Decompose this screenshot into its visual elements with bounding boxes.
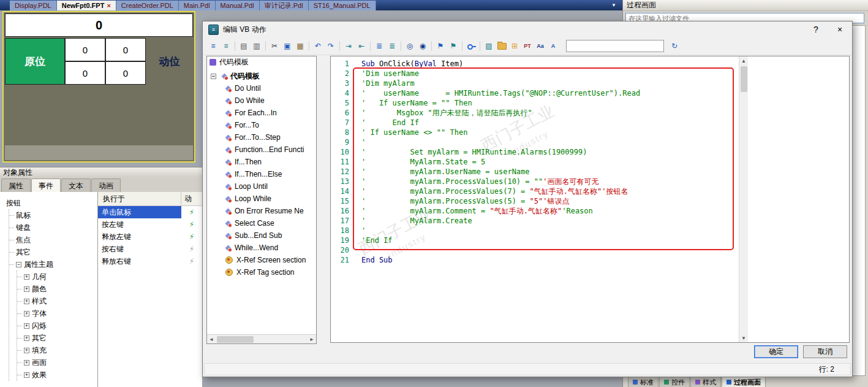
comment-block-icon[interactable]: ≣ — [373, 40, 385, 52]
document-tab[interactable]: ST16_Manual.PDL — [309, 1, 376, 10]
properties-tab-动画[interactable]: 动画 — [91, 178, 121, 192]
bookmark-icon[interactable]: ⚑ — [434, 40, 447, 52]
ok-button[interactable]: 确定 — [754, 345, 798, 358]
event-row[interactable]: 释放左键⚡ — [98, 231, 202, 243]
properties-tab-属性[interactable]: 属性 — [1, 178, 31, 192]
key-icon[interactable] — [465, 40, 477, 52]
tree-subnode[interactable]: +闪烁 — [17, 320, 97, 332]
collapse-icon[interactable]: − — [16, 262, 21, 267]
scroll-left-icon[interactable]: ◄ — [207, 335, 216, 343]
template-item[interactable]: For...To — [207, 119, 316, 131]
help-button[interactable]: ? — [806, 23, 826, 36]
templates-hscrollbar[interactable]: ◄ ► — [207, 334, 316, 343]
charmap-icon[interactable]: A — [547, 40, 559, 52]
expand-icon[interactable]: + — [24, 286, 29, 292]
find-next-icon[interactable]: ◉ — [417, 40, 429, 52]
tree-subnode[interactable]: +填充 — [17, 344, 97, 356]
find-icon[interactable]: ◎ — [404, 40, 416, 52]
template-item[interactable]: If...Then — [207, 156, 316, 168]
template-item[interactable]: Do While — [207, 94, 316, 107]
templates-root-node[interactable]: − 代码模板 — [207, 70, 316, 82]
template-item[interactable]: While...Wend — [207, 242, 316, 254]
tab-overflow-dropdown-icon[interactable]: ▼ — [611, 2, 616, 8]
font-case-icon[interactable]: Aa — [534, 40, 546, 52]
template-item[interactable]: Do Until — [207, 82, 316, 94]
panel-tab-过程画面[interactable]: 过程画面 — [722, 377, 766, 387]
scroll-up-icon[interactable]: ▲ — [739, 56, 748, 65]
template-item[interactable]: Loop While — [207, 193, 316, 205]
expand-icon[interactable]: + — [24, 311, 29, 316]
template-item[interactable]: On Error Resume Ne — [207, 205, 316, 217]
tree-node-root[interactable]: 按钮 — [0, 197, 97, 209]
package-icon[interactable]: ⊞ — [508, 40, 521, 52]
expand-icon[interactable]: + — [24, 335, 29, 341]
tree-node[interactable]: 键盘 — [9, 221, 97, 234]
tree-subnode[interactable]: +样式 — [17, 295, 97, 307]
collapse-icon[interactable]: − — [211, 74, 216, 79]
tree-subnode[interactable]: +其它 — [17, 332, 97, 344]
template-item[interactable]: If...Then...Else — [207, 168, 316, 180]
list-icon[interactable]: ≡ — [220, 40, 232, 52]
hscroll-thumb[interactable] — [217, 336, 254, 343]
print-icon[interactable]: ▤ — [238, 40, 250, 52]
event-row[interactable]: 单击鼠标⚡ — [98, 206, 202, 218]
tab-close-icon[interactable]: × — [107, 2, 110, 9]
document-tab[interactable]: NewFpt0.FPT× — [57, 1, 116, 10]
refresh-icon[interactable]: ↻ — [668, 40, 681, 52]
document-tab[interactable]: Manual.Pdl — [216, 1, 260, 10]
tree-node[interactable]: 其它 — [9, 246, 97, 258]
expand-icon[interactable]: + — [24, 372, 29, 378]
template-item[interactable]: Sub...End Sub — [207, 229, 316, 242]
template-xref-item[interactable]: X-Ref Tag section — [207, 266, 316, 278]
tree-node[interactable]: 焦点 — [9, 234, 97, 246]
vb-code-editor[interactable]: 西门子工业 industry 西门子工业 industry 1Sub OnCli… — [330, 56, 850, 343]
properties-tab-事件[interactable]: 事件 — [31, 178, 61, 192]
expand-icon[interactable]: + — [24, 299, 29, 304]
vscroll-thumb[interactable] — [741, 66, 747, 92]
outline-icon[interactable]: ≡ — [207, 40, 219, 52]
editor-vscrollbar[interactable]: ▲ ▼ — [739, 56, 748, 342]
toolbar-combobox[interactable] — [566, 40, 664, 52]
tree-subnode[interactable]: +字体 — [17, 307, 97, 320]
document-tab[interactable]: Main.Pdl — [179, 1, 216, 10]
panel-tab-控件[interactable]: 控件 — [659, 377, 690, 387]
template-item[interactable]: Select Case — [207, 217, 316, 229]
cut-icon[interactable]: ✂ — [268, 40, 281, 52]
template-item[interactable]: For Each...In — [207, 107, 316, 119]
uncomment-block-icon[interactable]: ≣ — [386, 40, 398, 52]
tree-subnode[interactable]: +几何 — [17, 270, 97, 283]
template-item[interactable]: Loop Until — [207, 180, 316, 193]
template-xref-item[interactable]: X-Ref Screen section — [207, 254, 316, 266]
template-item[interactable]: Function...End Functi — [207, 144, 316, 156]
export-icon[interactable]: ▨ — [483, 40, 495, 52]
expand-icon[interactable]: + — [24, 323, 29, 329]
expand-icon[interactable]: + — [24, 274, 29, 280]
event-row[interactable]: 按右键⚡ — [98, 243, 202, 255]
folder-icon[interactable] — [496, 40, 508, 52]
bookmark-next-icon[interactable]: ⚑ — [447, 40, 459, 52]
panel-tab-样式[interactable]: 样式 — [690, 377, 721, 387]
document-tab[interactable]: Display.PDL — [10, 1, 57, 10]
scroll-right-icon[interactable]: ► — [308, 335, 316, 343]
expand-icon[interactable]: + — [24, 360, 29, 366]
paste-icon[interactable]: ▦ — [294, 40, 306, 52]
panel-tab-标准[interactable]: 标准 — [628, 377, 659, 387]
pt-icon[interactable]: PT — [521, 40, 534, 52]
close-button[interactable]: × — [830, 23, 850, 36]
redo-icon[interactable]: ↷ — [325, 40, 337, 52]
document-tab[interactable]: CreateOrder.PDL — [116, 1, 179, 10]
tree-group-node[interactable]: −属性主题 — [9, 258, 97, 270]
screen-editor-canvas[interactable]: 0 原位 0000 动位 — [2, 11, 195, 163]
tree-subnode[interactable]: +画面 — [17, 356, 97, 369]
undo-icon[interactable]: ↶ — [312, 40, 324, 52]
properties-tab-文本[interactable]: 文本 — [61, 178, 91, 192]
expand-icon[interactable]: + — [24, 348, 29, 353]
tree-subnode[interactable]: +颜色 — [17, 283, 97, 295]
scroll-down-icon[interactable]: ▼ — [739, 334, 748, 342]
template-item[interactable]: For...To...Step — [207, 131, 316, 144]
event-row[interactable]: 释放右键⚡ — [98, 255, 202, 267]
cancel-button[interactable]: 取消 — [803, 345, 847, 358]
print-preview-icon[interactable]: ▥ — [251, 40, 263, 52]
indent-left-icon[interactable]: ⇤ — [355, 40, 368, 52]
tree-node[interactable]: 鼠标 — [9, 209, 97, 221]
